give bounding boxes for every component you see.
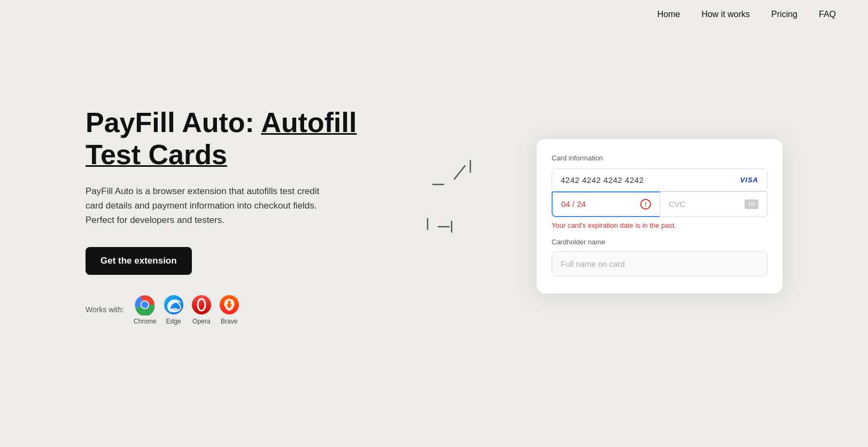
brave-icon (219, 294, 240, 315)
card-cvc-field[interactable]: CVC (660, 191, 768, 217)
cardholder-label: Cardholder name (552, 238, 768, 246)
browser-item-opera: Opera (191, 294, 212, 325)
card-expiry-field[interactable]: 04 / 24 ! (552, 191, 660, 217)
brave-label: Brave (221, 318, 237, 325)
hero-left: PayFill Auto: Autofill Test Cards PayFil… (86, 107, 363, 325)
expiry-value: 04 / 24 (561, 199, 640, 209)
hero-section: PayFill Auto: Autofill Test Cards PayFil… (0, 29, 868, 403)
card-number: 4242 4242 4242 4242 (561, 175, 740, 184)
decorative-ticks-top (428, 155, 481, 198)
opera-label: Opera (192, 318, 210, 325)
works-with-label: Works with: (86, 305, 124, 314)
hero-description: PayFill Auto is a browser extension that… (86, 184, 331, 228)
svg-point-2 (142, 301, 149, 308)
browser-item-brave: Brave (219, 294, 240, 325)
chrome-label: Chrome (134, 318, 157, 325)
opera-icon (191, 294, 212, 315)
main-nav: Home How it works Pricing FAQ (0, 0, 868, 29)
expiry-error-message: Your card's expiration date is in the pa… (552, 221, 768, 229)
browser-item-edge: Edge (163, 294, 184, 325)
nav-faq[interactable]: FAQ (819, 10, 836, 19)
cardholder-input[interactable]: Full name on card (552, 251, 768, 276)
edge-icon (163, 294, 184, 315)
visa-badge: VISA (740, 176, 758, 184)
browser-icons: Chrome (134, 294, 240, 325)
expiry-warning-icon: ! (640, 199, 651, 210)
card-ui: Card information 4242 4242 4242 4242 VIS… (537, 139, 782, 294)
chrome-icon (134, 294, 156, 315)
nav-pricing[interactable]: Pricing (771, 10, 797, 19)
get-extension-button[interactable]: Get the extension (86, 247, 192, 275)
svg-line-10 (454, 166, 465, 179)
card-info-label: Card information (552, 154, 768, 162)
cvc-card-icon (745, 199, 758, 209)
hero-right: Card information 4242 4242 4242 4242 VIS… (363, 139, 782, 294)
svg-point-5 (192, 295, 211, 314)
card-expiry-cvc-row: 04 / 24 ! CVC (552, 191, 768, 217)
decorative-ticks-bottom (417, 197, 470, 240)
card-number-row: 4242 4242 4242 4242 VISA (552, 168, 768, 191)
cvc-placeholder: CVC (669, 199, 745, 209)
nav-home[interactable]: Home (657, 10, 680, 19)
nav-how-it-works[interactable]: How it works (701, 10, 750, 19)
edge-label: Edge (166, 318, 181, 325)
browser-item-chrome: Chrome (134, 294, 157, 325)
works-with: Works with: (86, 294, 363, 325)
svg-point-9 (230, 302, 232, 304)
svg-point-8 (226, 302, 228, 304)
hero-title: PayFill Auto: Autofill Test Cards (86, 107, 363, 171)
hero-title-plain: PayFill Auto: (86, 107, 261, 138)
svg-point-4 (170, 308, 179, 312)
